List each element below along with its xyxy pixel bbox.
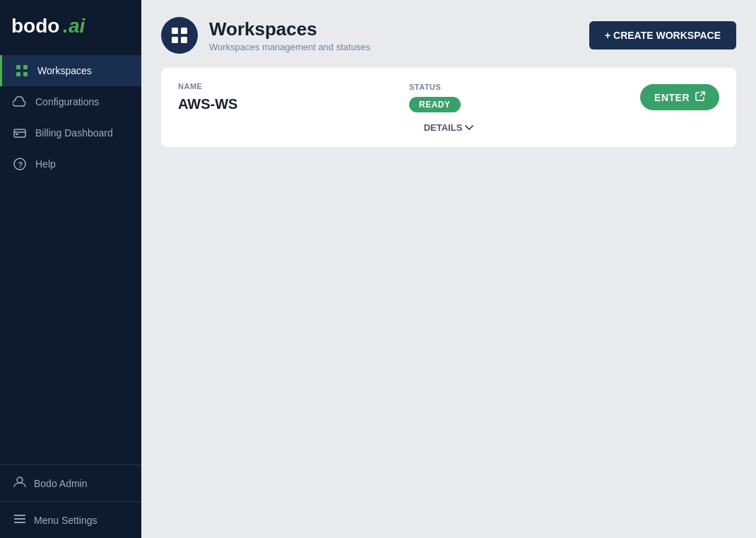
svg-rect-4	[23, 65, 28, 69]
menu-settings-label: Menu Settings	[34, 515, 98, 526]
cloud-icon	[13, 95, 27, 109]
page-title-area: Workspaces Workspaces management and sta…	[161, 17, 370, 54]
svg-rect-6	[23, 72, 28, 76]
svg-rect-19	[181, 37, 187, 43]
enter-label: ENTER	[654, 92, 690, 103]
details-label: DETAILS	[424, 122, 463, 133]
svg-rect-5	[16, 72, 20, 76]
details-row: DETAILS	[178, 122, 719, 133]
svg-text:ai: ai	[69, 15, 86, 37]
svg-text:.: .	[62, 15, 68, 37]
billing-icon	[13, 126, 27, 140]
sidebar-item-label: Workspaces	[37, 65, 92, 76]
user-icon	[13, 475, 27, 491]
sidebar: bodo . ai Workspaces	[0, 0, 141, 538]
svg-text:bodo: bodo	[11, 15, 59, 37]
sidebar-item-label: Configurations	[35, 96, 99, 107]
create-workspace-button[interactable]: + CREATE WORKSPACE	[589, 21, 736, 49]
sidebar-user: Bodo Admin	[0, 465, 141, 502]
workspace-card: NAME AWS-WS STATUS READY ENTER	[161, 68, 736, 147]
logo-area: bodo . ai	[0, 0, 141, 51]
grid-icon	[15, 64, 29, 78]
svg-rect-9	[16, 134, 18, 135]
svg-rect-18	[172, 37, 178, 43]
page-title: Workspaces	[209, 18, 370, 40]
svg-rect-17	[181, 28, 187, 34]
external-link-icon	[695, 91, 705, 103]
workspace-row: NAME AWS-WS STATUS READY ENTER	[178, 82, 719, 112]
svg-text:?: ?	[18, 160, 23, 169]
workspace-col-status: STATUS READY	[409, 83, 640, 112]
sidebar-item-configurations[interactable]: Configurations	[0, 86, 141, 117]
page-title-text: Workspaces Workspaces management and sta…	[209, 18, 370, 52]
sidebar-nav: Workspaces Configurations Billing Dashbo…	[0, 51, 141, 464]
workspace-col-action: ENTER	[640, 84, 719, 110]
user-name: Bodo Admin	[34, 478, 88, 489]
sidebar-bottom: Bodo Admin Menu Settings	[0, 464, 141, 538]
logo: bodo . ai	[11, 13, 103, 38]
page-icon	[161, 17, 198, 54]
chevron-down-icon	[465, 122, 473, 133]
sidebar-item-label: Billing Dashboard	[35, 127, 113, 139]
status-badge: READY	[409, 97, 461, 112]
sidebar-item-help[interactable]: ? Help	[0, 148, 141, 180]
name-column-label: NAME	[178, 82, 409, 90]
sidebar-item-workspaces[interactable]: Workspaces	[0, 55, 141, 86]
question-icon: ?	[13, 157, 27, 171]
main-content: Workspaces Workspaces management and sta…	[141, 0, 756, 538]
status-column-label: STATUS	[409, 83, 640, 91]
menu-icon	[13, 512, 27, 528]
page-subtitle: Workspaces management and statuses	[209, 42, 370, 52]
sidebar-item-billing[interactable]: Billing Dashboard	[0, 117, 141, 148]
menu-settings-item[interactable]: Menu Settings	[0, 502, 141, 538]
content-area: NAME AWS-WS STATUS READY ENTER	[141, 68, 756, 167]
workspace-col-name: NAME AWS-WS	[178, 82, 409, 112]
workspace-name: AWS-WS	[178, 96, 409, 112]
sidebar-item-label: Help	[35, 158, 56, 170]
svg-rect-7	[14, 129, 25, 137]
details-button[interactable]: DETAILS	[424, 122, 474, 133]
svg-rect-3	[16, 65, 20, 69]
page-header: Workspaces Workspaces management and sta…	[141, 0, 756, 68]
enter-button[interactable]: ENTER	[640, 84, 719, 110]
svg-point-12	[17, 477, 23, 483]
svg-rect-16	[172, 28, 178, 34]
